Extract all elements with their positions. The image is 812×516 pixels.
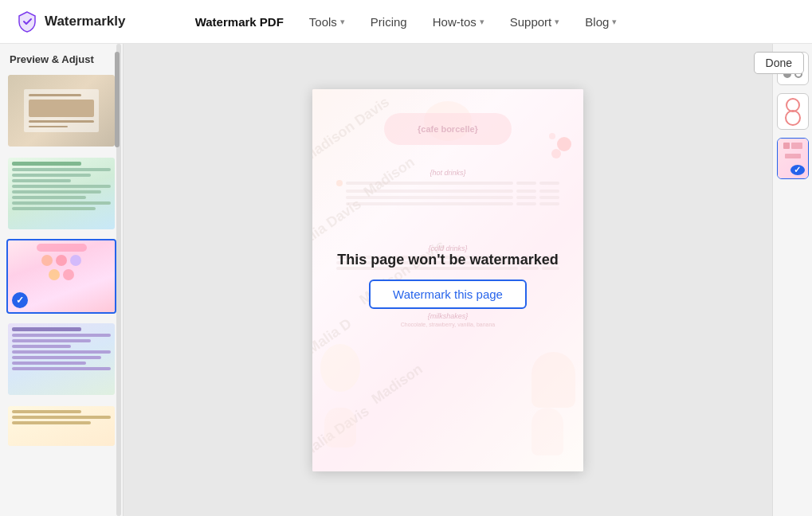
option-check-icon [790,165,805,175]
page-thumb-2[interactable] [6,156,116,231]
nav-tools[interactable]: Tools ▾ [309,15,345,29]
blog-chevron-icon: ▾ [612,17,617,27]
page-preview: Madison Davis Madison Malia Davis Madiso… [312,89,583,471]
page-thumb-5[interactable] [6,405,116,448]
thumb-img-1 [8,75,115,147]
nav-blog[interactable]: Blog ▾ [585,15,617,29]
preview-area: Madison Davis Madison Malia Davis Madiso… [124,44,772,516]
support-chevron-icon: ▾ [555,17,559,27]
sidebar: Preview & Adjust [0,44,124,516]
check-badge-3 [12,292,28,308]
nav-howtos[interactable]: How-tos ▾ [433,15,484,29]
page-overlay: This page won't be watermarked Watermark… [312,89,583,471]
nav-links: Watermark PDF Tools ▾ Pricing How-tos ▾ … [195,15,618,29]
option-inner-2 [778,94,808,129]
page-thumb-4[interactable] [6,322,116,397]
option-card-2[interactable] [777,93,809,130]
tools-chevron-icon: ▾ [340,17,345,27]
scrollbar-track[interactable] [116,44,121,516]
overlay-text: This page won't be watermarked [337,252,558,268]
option-card-3[interactable] [777,138,809,179]
nav-pricing[interactable]: Pricing [371,15,407,29]
done-button[interactable]: Done [754,52,804,74]
watermark-this-page-button[interactable]: Watermark this page [369,280,527,309]
nav-watermark-pdf[interactable]: Watermark PDF [195,15,284,29]
page-thumb-1[interactable] [6,73,116,148]
thumb-img-2 [8,158,115,229]
sidebar-title: Preview & Adjust [6,53,116,65]
thumb-img-4 [8,323,115,395]
logo-text: Watermarkly [45,14,125,29]
thumb-bg-1 [8,75,115,147]
howtos-chevron-icon: ▾ [480,17,484,27]
navbar: Watermarkly Watermark PDF Tools ▾ Pricin… [0,0,812,44]
thumb-img-5 [8,406,115,446]
page-thumb-3[interactable] [6,239,116,314]
right-panel [772,44,812,516]
logo[interactable]: Watermarkly [16,10,125,33]
scrollbar-thumb[interactable] [115,52,120,147]
main-container: Preview & Adjust [0,44,812,516]
nav-support[interactable]: Support ▾ [510,15,560,29]
logo-icon [16,10,38,33]
option-inner-3 [778,139,808,178]
